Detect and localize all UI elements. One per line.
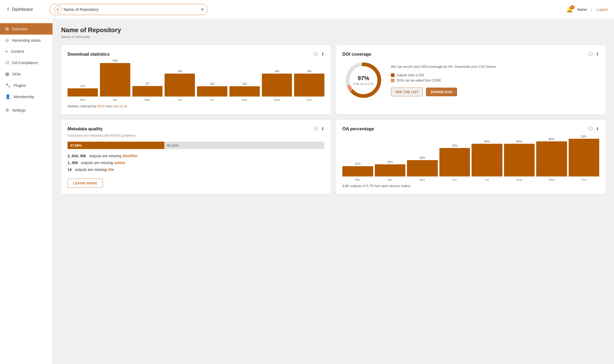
bar-fill xyxy=(165,74,195,97)
bar-fill xyxy=(100,63,130,97)
dropdown-icon: ▾ xyxy=(201,7,203,12)
oa-bar-group-mar: 25%Mar xyxy=(342,134,373,181)
missing-title-text: outputs are missing xyxy=(75,167,108,172)
doi-legend-item-2: DOIs can be added from CORE xyxy=(391,79,599,82)
bar-label-bottom: Sept xyxy=(274,98,280,101)
title-link[interactable]: title xyxy=(108,167,114,172)
oa-info-icon[interactable]: ⓘ xyxy=(588,126,593,132)
repo-name: Name of Repository xyxy=(64,7,197,12)
page-subtitle: Name of University xyxy=(61,35,606,39)
repo-selector[interactable]: ⊞ Name of Repository ▾ xyxy=(50,4,208,15)
download-stats-header: Download statistics ⓘ ⬇ xyxy=(68,51,324,57)
sidebar-item-oa-compliance[interactable]: ☑ OA Compliance xyxy=(0,57,52,68)
sidebar-item-content[interactable]: ≡ Content xyxy=(0,46,52,57)
dois-icon: ▦ xyxy=(5,71,9,76)
doi-coverage-title: DOI coverage xyxy=(342,52,371,57)
bar-fill xyxy=(294,74,324,97)
missing-identifier-text: outputs are missing xyxy=(89,154,122,158)
doi-coverage-header: DOI coverage ⓘ ⬇ xyxy=(342,51,599,57)
download-stats-title: Download statistics xyxy=(68,52,110,57)
doi-actions: SEE THE LIST DOWNLOAD xyxy=(391,88,599,96)
download-stats-download-icon[interactable]: ⬇ xyxy=(321,52,324,57)
download-bar-chart: 123Mar555Apr157May345Jun155Jul155Aug345S… xyxy=(68,59,324,101)
bar-label-top: 555 xyxy=(113,59,117,62)
bar-label-top: 155 xyxy=(210,82,214,85)
oa-bar-label-bottom: Mar xyxy=(355,178,360,181)
author-link[interactable]: author xyxy=(114,161,126,165)
oa-bar-label-bottom: Oct xyxy=(582,178,586,181)
download-stats-info-icon[interactable]: ⓘ xyxy=(314,51,318,57)
bar-label-top: 123 xyxy=(80,84,85,88)
oa-bar-label-bottom: Jun xyxy=(452,178,457,181)
oa-bar-label-bottom: May xyxy=(420,178,425,181)
sidebar-item-plugins[interactable]: 🔧 Plugins xyxy=(0,80,52,91)
logout-link[interactable]: Logout xyxy=(596,7,608,12)
learn-more-button[interactable]: LEARN MORE xyxy=(68,179,103,188)
header-right: 🔔 8 Name | Logout xyxy=(566,6,608,13)
doi-info-text: We can enrich your DOI coverage by 4%. D… xyxy=(391,64,599,69)
bar-group-apr: 555Apr xyxy=(100,59,130,101)
doi-legend: outputs have a DOI DOIs can be added fro… xyxy=(391,73,599,82)
sidebar-item-harvesting[interactable]: ◎ Harvesting status xyxy=(0,35,52,46)
doi-download-button[interactable]: DOWNLOAD xyxy=(426,88,457,96)
doi-download-icon[interactable]: ⬇ xyxy=(596,52,599,57)
bar-label-bottom: May xyxy=(145,98,150,101)
bar-label-bottom: Apr xyxy=(113,98,117,101)
oa-bar-group-sept: 86%Sept xyxy=(536,134,567,181)
bar-label-top: 345 xyxy=(307,70,311,73)
dashboard-nav[interactable]: ⇧ Dashboard xyxy=(6,7,43,12)
bar-label-top: 155 xyxy=(242,82,247,85)
bar-label-bottom: Jun xyxy=(178,98,182,101)
oa-bar-fill xyxy=(569,139,599,176)
sidebar: ⊞ Overview ◎ Harvesting status ≡ Content… xyxy=(0,19,53,364)
metadata-fill-label: 37.66% xyxy=(70,143,82,147)
doi-coverage-card: DOI coverage ⓘ ⬇ 97% xyxy=(336,45,606,114)
plugins-icon: 🔧 xyxy=(5,83,11,88)
irus-link[interactable]: IRUS xyxy=(97,104,105,108)
identifier-link[interactable]: identifier xyxy=(122,154,138,158)
sidebar-label-harvesting: Harvesting status xyxy=(12,38,41,42)
oa-percentage-card: OA percentage ⓘ ⬇ 25%Mar30%Apr40%May70%J… xyxy=(336,120,606,194)
bar-label-bottom: Mar xyxy=(80,98,85,101)
oa-bar-label-bottom: Jul xyxy=(485,178,489,181)
metadata-icons: ⓘ ⬇ xyxy=(314,126,324,132)
see-list-button[interactable]: SEE THE LIST xyxy=(391,88,423,96)
doi-legend-dot-2 xyxy=(391,79,395,82)
sidebar-item-membership[interactable]: 👤 Membership xyxy=(0,91,52,102)
oa-bar-group-aug: 80%Aug xyxy=(504,134,535,181)
bar-group-aug: 155Aug xyxy=(229,59,260,101)
page-title: Name of Repository xyxy=(61,26,606,34)
metadata-rest-label: 56.15% xyxy=(167,143,179,147)
sidebar-item-overview[interactable]: ⊞ Overview xyxy=(0,23,52,35)
overview-icon: ⊞ xyxy=(5,26,9,31)
sidebar-item-dois[interactable]: ▦ DOIs xyxy=(0,68,52,80)
doi-right-panel: We can enrich your DOI coverage by 4%. D… xyxy=(391,64,599,97)
bar-label-top: 157 xyxy=(145,82,150,85)
bar-group-may: 157May xyxy=(132,59,163,101)
oa-compliance-icon: ☑ xyxy=(5,60,9,65)
bar-group-mar: 123Mar xyxy=(68,59,98,101)
oa-footer-text: outputs of 5.7K has open access status xyxy=(349,184,410,188)
oa-bar-label-top: 25% xyxy=(355,162,361,165)
oa-download-icon[interactable]: ⬇ xyxy=(596,126,599,131)
repo-icon: ⊞ xyxy=(54,6,61,13)
metadata-progress-bar: 37.66% 56.15% xyxy=(68,142,324,149)
content-icon: ≡ xyxy=(5,49,8,54)
metadata-stat-row-3: 14 outputs are missing title xyxy=(68,167,324,172)
metadata-stat-row-2: 1, 456 outputs are missing author xyxy=(68,161,324,165)
metadata-download-icon[interactable]: ⬇ xyxy=(321,126,324,131)
oa-bar-fill xyxy=(375,164,406,177)
doi-info-icon[interactable]: ⓘ xyxy=(588,51,593,57)
notifications-bell[interactable]: 🔔 8 xyxy=(566,6,573,13)
sidebar-label-settings: Settings xyxy=(12,108,26,112)
metadata-info-icon[interactable]: ⓘ xyxy=(314,126,318,132)
missing-identifier-count: 2, 434, 456 xyxy=(68,154,86,158)
harvesting-icon: ◎ xyxy=(5,38,9,43)
donut-percent: 97% xyxy=(353,75,374,82)
core-link[interactable]: core.ac.uk xyxy=(113,104,127,108)
bar-label-bottom: Aug xyxy=(242,98,247,101)
bar-label-top: 345 xyxy=(177,70,182,73)
sidebar-item-settings[interactable]: ⚙ Settings xyxy=(0,104,52,116)
download-stats-icons: ⓘ ⬇ xyxy=(314,51,324,57)
missing-author-count: 1, 456 xyxy=(68,161,78,165)
